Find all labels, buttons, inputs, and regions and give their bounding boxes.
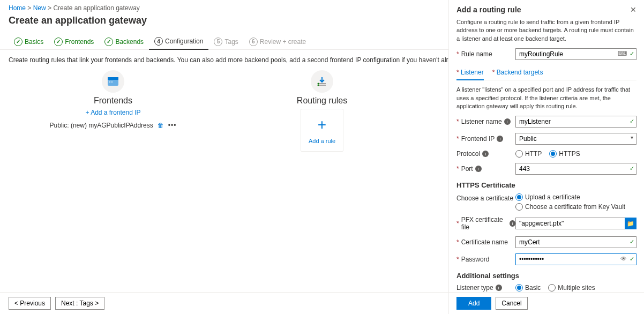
svg-point-2 bbox=[109, 81, 110, 83]
valid-check-icon: ✓ bbox=[630, 165, 634, 172]
valid-check-icon: ✓ bbox=[630, 238, 634, 245]
delete-frontend-icon[interactable]: 🗑 bbox=[158, 122, 164, 129]
protocol-label: Protocol bbox=[456, 150, 480, 158]
listener-type-basic-radio[interactable]: Basic bbox=[515, 284, 541, 291]
browse-file-button[interactable]: 📁 bbox=[625, 218, 636, 229]
frontends-icon bbox=[102, 70, 124, 93]
https-cert-header: HTTPS Certificate bbox=[456, 181, 636, 189]
rule-name-keyboard-icon: ⌨ bbox=[618, 50, 627, 57]
frontends-title: Frontends bbox=[9, 96, 218, 106]
frontend-item-label: Public: (new) myAGPublicIPAddress bbox=[50, 122, 153, 129]
info-icon[interactable]: i bbox=[497, 136, 503, 142]
password-input[interactable] bbox=[515, 253, 636, 265]
subtab-backend-targets[interactable]: * Backend targets bbox=[492, 65, 543, 80]
protocol-https-radio[interactable]: HTTPS bbox=[549, 150, 580, 158]
frontend-ip-label: Frontend IP bbox=[461, 135, 495, 143]
show-password-icon[interactable]: 👁 bbox=[620, 255, 627, 263]
frontends-column: Frontends + Add a frontend IP Public: (n… bbox=[9, 70, 218, 152]
cert-name-label: Certificate name bbox=[461, 238, 508, 246]
tab-review: 6Review + create bbox=[244, 34, 311, 49]
svg-rect-1 bbox=[108, 77, 118, 80]
routing-rules-icon bbox=[311, 70, 333, 93]
valid-check-icon: ✓ bbox=[630, 50, 634, 57]
panel-title: Add a routing rule bbox=[456, 5, 521, 14]
tab-tags: 5Tags bbox=[208, 34, 243, 49]
svg-point-5 bbox=[318, 85, 319, 86]
listener-name-input[interactable] bbox=[515, 116, 636, 128]
tab-frontends[interactable]: ✓Frontends bbox=[49, 34, 99, 49]
valid-check-icon: ✓ bbox=[630, 256, 634, 263]
svg-point-4 bbox=[318, 83, 319, 85]
add-button[interactable]: Add bbox=[456, 297, 491, 310]
valid-check-icon: ✓ bbox=[630, 118, 634, 125]
info-icon[interactable]: i bbox=[496, 285, 502, 291]
port-input[interactable] bbox=[515, 163, 636, 175]
subtab-listener[interactable]: * Listener bbox=[456, 65, 484, 80]
info-icon[interactable]: i bbox=[504, 118, 511, 125]
choose-cert-label: Choose a certificate bbox=[456, 195, 513, 202]
breadcrumb-home[interactable]: Home bbox=[9, 4, 26, 12]
previous-button[interactable]: < Previous bbox=[9, 297, 51, 310]
pfx-file-input[interactable] bbox=[515, 218, 636, 229]
add-frontend-ip-link[interactable]: + Add a frontend IP bbox=[85, 109, 140, 116]
port-label: Port bbox=[461, 165, 473, 173]
listener-name-label: Listener name bbox=[461, 118, 502, 125]
wizard-footer: < Previous Next : Tags > bbox=[0, 292, 448, 314]
additional-settings-header: Additional settings bbox=[456, 272, 636, 280]
password-label: Password bbox=[461, 256, 490, 263]
info-icon[interactable]: i bbox=[482, 151, 489, 157]
listener-description: A listener "listens" on a specified port… bbox=[456, 86, 636, 110]
tab-configuration[interactable]: 4Configuration bbox=[149, 34, 208, 50]
breadcrumb-new[interactable]: New bbox=[33, 4, 46, 12]
frontend-ip-select[interactable]: Public bbox=[515, 133, 636, 145]
tab-backends[interactable]: ✓Backends bbox=[99, 34, 149, 49]
routing-rules-title: Routing rules bbox=[218, 96, 426, 106]
add-routing-rule-panel: Add a routing rule ✕ Configure a routing… bbox=[448, 0, 644, 314]
listener-type-multi-radio[interactable]: Multiple sites bbox=[548, 284, 595, 291]
frontend-more-icon[interactable]: ••• bbox=[168, 122, 177, 129]
routing-rules-column: Routing rules + Add a rule bbox=[218, 70, 426, 152]
info-icon[interactable]: i bbox=[475, 166, 482, 172]
pfx-file-label: PFX certificate file bbox=[461, 216, 508, 231]
cancel-button[interactable]: Cancel bbox=[496, 297, 527, 310]
plus-icon: + bbox=[318, 116, 326, 133]
listener-type-label: Listener type bbox=[456, 284, 493, 291]
svg-point-3 bbox=[111, 81, 113, 83]
close-panel-icon[interactable]: ✕ bbox=[630, 5, 636, 14]
next-button[interactable]: Next : Tags > bbox=[55, 297, 104, 310]
add-rule-label: Add a rule bbox=[309, 138, 335, 144]
add-rule-card[interactable]: + Add a rule bbox=[301, 109, 343, 152]
upload-cert-radio[interactable]: Upload a certificate bbox=[515, 193, 636, 201]
panel-description: Configure a routing rule to send traffic… bbox=[456, 18, 636, 43]
keyvault-cert-radio[interactable]: Choose a certificate from Key Vault bbox=[515, 203, 636, 211]
breadcrumb-current: Create an application gateway bbox=[53, 4, 139, 12]
cert-name-input[interactable] bbox=[515, 236, 636, 248]
tab-basics[interactable]: ✓Basics bbox=[9, 34, 49, 49]
protocol-http-radio[interactable]: HTTP bbox=[515, 150, 542, 158]
rule-name-label: Rule name bbox=[461, 50, 492, 58]
info-icon[interactable]: i bbox=[510, 220, 515, 227]
